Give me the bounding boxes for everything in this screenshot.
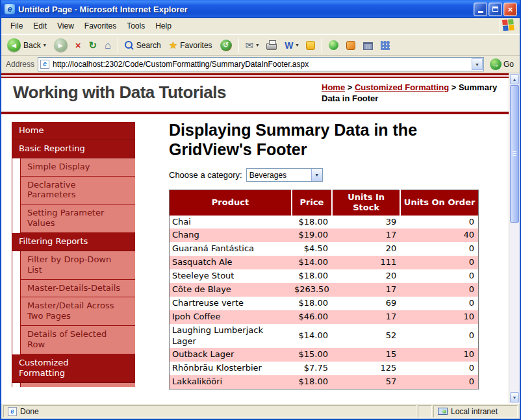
sidebar-item-label: Customized Formatting [19,358,116,378]
value-cell: 0 [400,297,478,310]
value-cell: 125 [332,362,400,375]
go-label: Go [503,60,514,69]
value-cell: 10 [400,310,478,324]
menu-help[interactable]: Help [150,19,177,32]
scroll-up-button[interactable]: ▲ [510,74,519,84]
value-cell: 0 [400,242,478,256]
value-cell: 0 [400,362,478,375]
value-cell: 0 [400,216,478,229]
table-row: Ipoh Coffee$46.001710 [170,310,479,324]
sidebar-item[interactable]: Customized Formatting [12,354,135,383]
search-button[interactable]: Search [121,40,164,51]
products-table-header-row: ProductPriceUnits In StockUnits On Order [170,190,479,216]
menu-favorites[interactable]: Favorites [79,19,121,32]
maximize-icon [492,6,498,12]
address-dropdown-button[interactable]: ▾ [472,58,483,70]
sidebar-item[interactable]: Filter by Drop-Down List [20,251,135,280]
category-selected-value: Beverages [247,171,311,180]
go-button[interactable]: → Go [487,58,516,70]
breadcrumb-link[interactable]: Customized Formatting [355,82,449,92]
addon-building-button[interactable] [360,39,376,51]
table-row: Steeleye Stout$18.00200 [170,269,479,283]
value-cell: 40 [400,229,478,242]
sidebar-item-label: Filter by Drop-Down List [27,254,125,275]
value-cell: $14.00 [292,256,332,269]
maximize-button[interactable] [489,3,502,16]
forward-button[interactable]: ▶ [51,37,71,53]
messenger-button[interactable] [303,40,318,51]
addon-orange-button[interactable] [343,40,359,51]
favorites-button[interactable]: ★ Favorites [166,39,216,51]
product-cell: Chai [170,216,292,229]
sidebar-item[interactable]: Details of Selected Row [20,326,135,354]
sidebar-item-label: Simple Display [27,162,90,172]
close-button[interactable]: × [503,3,517,16]
category-select[interactable]: Beverages ▼ [246,168,323,182]
value-cell: 17 [332,310,400,324]
breadcrumb-separator: > [449,82,459,92]
back-caret-icon: ▾ [44,42,46,48]
browser-viewport: Working with Data Tutorials Home > Custo… [1,73,520,403]
orange-tool-icon [346,41,355,50]
product-cell: Chartreuse verte [170,297,292,310]
value-cell: 39 [332,216,400,229]
value-cell: 0 [400,324,478,349]
history-button[interactable]: ↺ [217,38,235,53]
ie-logo-icon[interactable]: e [5,4,15,14]
menu-tools[interactable]: Tools [121,19,150,32]
address-label: Address [5,60,34,69]
menu-edit[interactable]: Edit [28,19,52,32]
value-cell: 0 [400,375,478,389]
vertical-scrollbar[interactable]: ▲ ▼ [509,73,520,403]
sidebar-item[interactable]: Master-Details-Details [20,280,135,298]
zone-text: Local intranet [451,407,498,416]
sidebar-item[interactable]: Declarative Parameters [20,177,135,205]
sidebar-item[interactable]: Filtering Reports [12,233,135,251]
print-icon [266,43,277,50]
address-url[interactable]: http://localhost:2302/Code/CustomFormatt… [53,60,468,69]
table-row: Chai$18.00390 [170,216,479,229]
stop-button[interactable]: × [72,39,84,51]
table-row: Outback Lager$15.001510 [170,348,479,362]
refresh-button[interactable]: ↻ [85,39,100,51]
sidebar-item[interactable]: Simple Display [20,158,135,177]
top-rule-thick [1,73,509,75]
standard-toolbar: ◀ Back ▾ ▶ × ↻ ⌂ Search ★ Favorites ↺ [1,34,520,56]
sidebar-item[interactable]: Setting Parameter Values [20,204,135,233]
addon-grid-button[interactable] [377,40,393,51]
sidebar-item-label: Master/Detail Across Two Pages [27,301,125,321]
back-button[interactable]: ◀ Back ▾ [4,37,49,53]
sidebar-item-label: Declarative Parameters [27,180,125,201]
sidebar-item-label: Home [19,125,44,136]
status-text: Done [20,407,39,416]
column-header: Price [292,190,332,216]
menu-file[interactable]: File [5,19,28,32]
menu-view[interactable]: View [52,19,79,32]
scroll-thumb[interactable] [510,85,519,223]
table-row: Côte de Blaye$263.50170 [170,283,479,297]
addon-globe-button[interactable] [325,39,342,51]
sidebar-item[interactable]: Home [12,122,135,140]
home-button[interactable]: ⌂ [101,39,114,52]
address-input[interactable]: e http://localhost:2302/Code/CustomForma… [38,57,484,71]
breadcrumb-link[interactable]: Home [322,82,345,92]
edit-word-button[interactable]: W ▾ [281,40,301,51]
page-header: Working with Data Tutorials Home > Custo… [1,78,509,112]
home-icon: ⌂ [105,40,111,51]
minimize-button[interactable] [474,3,487,16]
sidebar-item-label: Filtering Reports [19,236,88,247]
word-caret-icon: ▾ [296,42,298,48]
sidebar-item[interactable]: Basic Reporting [12,140,135,158]
scroll-track[interactable] [509,85,520,392]
print-button[interactable] [263,39,280,51]
products-table: ProductPriceUnits In StockUnits On Order… [169,190,479,389]
category-row: Choose a category: Beverages ▼ [169,168,489,182]
sidebar-item[interactable]: Master/Detail Across Two Pages [20,297,135,326]
value-cell: 17 [332,229,400,242]
scroll-down-button[interactable]: ▼ [510,392,519,402]
product-cell: Ipoh Coffee [170,310,292,324]
mail-button[interactable]: ✉ ▾ [242,39,262,51]
main-content: Displaying Summary Data in the GridView'… [169,114,489,389]
value-cell: $19.00 [292,229,332,242]
value-cell: 69 [332,297,400,310]
